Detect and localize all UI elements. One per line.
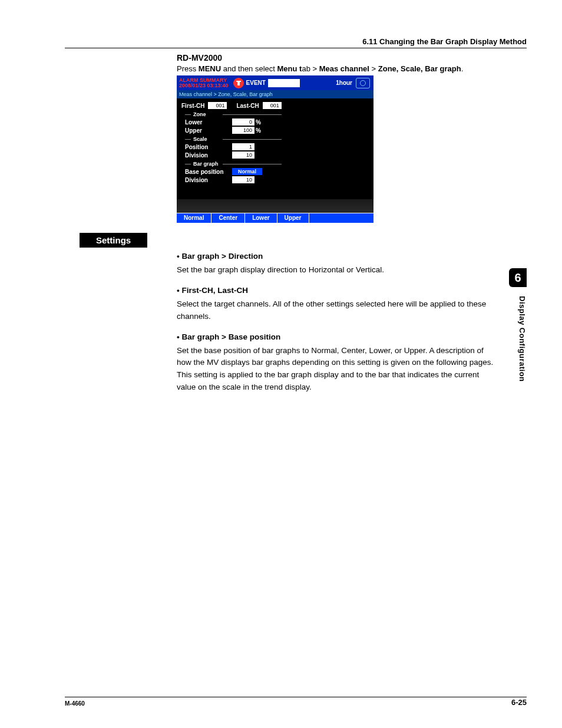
bargraph-group: Bar graph Base position Normal Division …: [181, 161, 369, 183]
base-position-field[interactable]: Normal: [232, 168, 262, 175]
setting-title: Bar graph > Direction: [177, 251, 495, 263]
device-titlebar: ALARM SUMMARY 2008/01/23 03:13:40 EVENT …: [177, 75, 373, 90]
softkey-center[interactable]: Center: [211, 213, 245, 223]
zone-lower-field[interactable]: 0: [232, 118, 254, 126]
bargraph-division-field[interactable]: 10: [232, 176, 254, 183]
timespan-label: 1hour: [336, 80, 352, 86]
zone-scale-bargraph: Zone, Scale, Bar graph: [378, 64, 461, 73]
setting-item: Bar graph > Base position Set the base p…: [177, 331, 495, 394]
settings-heading: Settings: [80, 233, 147, 248]
zone-group: Zone Lower 0 % Upper 100 %: [181, 111, 369, 134]
footer-page-number: 6-25: [511, 698, 527, 707]
softkey-normal[interactable]: Normal: [177, 213, 211, 223]
chapter-title-vertical: Display Configuration: [509, 292, 527, 382]
last-ch-field[interactable]: 001: [263, 102, 282, 109]
event-label: EVENT: [246, 80, 266, 86]
last-ch-label: Last-CH: [236, 103, 259, 109]
page-header: 6.11 Changing the Bar Graph Display Meth…: [65, 37, 527, 48]
text: >: [369, 64, 378, 73]
scale-position-field[interactable]: 1: [232, 143, 254, 150]
nav-instruction: Press MENU and then select Menu tab > Me…: [177, 64, 463, 73]
zone-upper-label: Upper: [185, 127, 232, 134]
meas-channel: Meas channel: [319, 64, 369, 73]
scale-division-label: Division: [185, 152, 232, 159]
text: .: [461, 64, 464, 73]
camera-icon: [356, 78, 370, 88]
device-softkeys: Normal Center Lower Upper: [177, 213, 373, 223]
zone-upper-field[interactable]: 100: [232, 127, 254, 134]
page: 6.11 Changing the Bar Graph Display Meth…: [0, 0, 562, 728]
setting-body: Set the bar graph display direction to H…: [177, 264, 495, 276]
bargraph-division-label: Division: [185, 177, 232, 183]
scale-title: Scale: [193, 136, 369, 142]
menu-tab: Menu t: [277, 64, 302, 73]
text: and then select: [221, 64, 277, 73]
first-ch-field[interactable]: 001: [208, 102, 227, 109]
device-gap: [177, 199, 373, 213]
first-ch-label: First-CH: [181, 103, 204, 109]
percent-sign: %: [256, 119, 261, 126]
scale-group: Scale Position 1 Division 10: [181, 136, 369, 159]
bargraph-title: Bar graph: [193, 161, 369, 167]
settings-content: Bar graph > Direction Set the bar graph …: [177, 251, 495, 402]
zone-lower-label: Lower: [185, 119, 232, 126]
setting-title: First-CH, Last-CH: [177, 285, 495, 297]
device-screenshot: ALARM SUMMARY 2008/01/23 03:13:40 EVENT …: [177, 75, 373, 223]
menu-key: MENU: [199, 64, 221, 73]
text: ab >: [302, 64, 319, 73]
zone-title: Zone: [193, 111, 369, 117]
setting-item: Bar graph > Direction Set the bar graph …: [177, 251, 495, 276]
footer-doc-id: M-4660: [65, 700, 85, 707]
chapter-tab: 6: [509, 268, 527, 287]
record-icon: [233, 78, 244, 88]
alarm-summary: ALARM SUMMARY 2008/01/23 03:13:40: [177, 77, 231, 90]
alarm-timestamp: 2008/01/23 03:13:40: [179, 83, 229, 88]
setting-body: Set the base position of bar graphs to N…: [177, 345, 495, 394]
event-progress: [268, 79, 300, 87]
footer-rule: [65, 697, 527, 697]
device-body: First-CH 001 Last-CH 001 Zone Lower 0 % …: [177, 98, 373, 183]
model-heading: RD-MV2000: [177, 53, 222, 62]
setting-title: Bar graph > Base position: [177, 331, 495, 344]
text: Press: [177, 64, 199, 73]
softkey-upper[interactable]: Upper: [277, 213, 309, 223]
softkey-lower[interactable]: Lower: [245, 213, 277, 223]
percent-sign: %: [256, 127, 261, 134]
device-breadcrumb: Meas channel > Zone, Scale, Bar graph: [177, 90, 373, 98]
base-position-label: Base position: [185, 169, 232, 175]
setting-item: First-CH, Last-CH Select the target chan…: [177, 285, 495, 323]
scale-position-label: Position: [185, 144, 232, 150]
scale-division-field[interactable]: 10: [232, 151, 254, 159]
setting-body: Select the target channels. All of the o…: [177, 298, 495, 323]
